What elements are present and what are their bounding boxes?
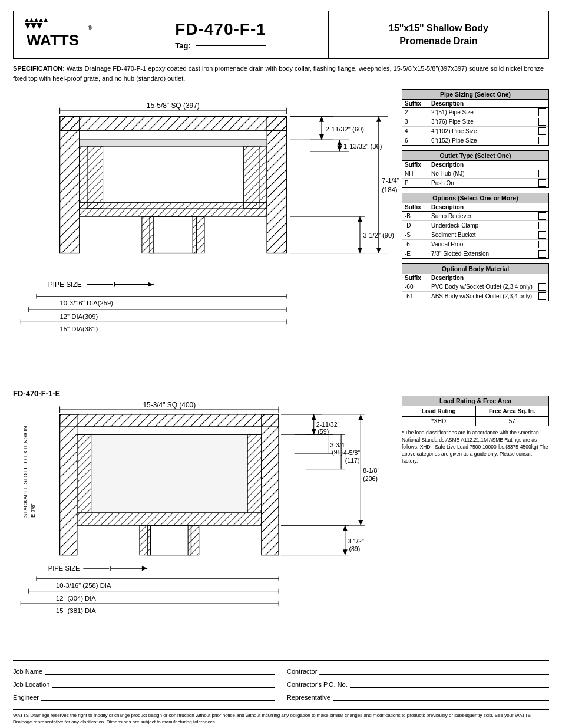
representative-input[interactable]: [333, 691, 549, 701]
drawing-section: 15-5/8" SQ (397): [13, 89, 396, 653]
svg-text:8-1/8": 8-1/8": [363, 467, 379, 474]
pipe-sizing-row-3: 3 3"(76) Pipe Size: [402, 117, 548, 127]
svg-rect-27: [193, 216, 204, 253]
job-name-input[interactable]: [45, 666, 275, 675]
svg-marker-2: [37, 23, 42, 29]
optional-body-checkbox-61[interactable]: [538, 292, 546, 300]
load-col1: Load Rating: [402, 406, 476, 416]
svg-text:STACKABLE SLOTTED EXTENSION: STACKABLE SLOTTED EXTENSION: [22, 426, 28, 517]
options-checkbox-e[interactable]: [538, 250, 546, 258]
load-col2: Free Area Sq. In.: [476, 406, 549, 416]
svg-text:15" (381) DIA: 15" (381) DIA: [56, 607, 96, 614]
outlet-type-row-p: P Push On: [402, 179, 548, 187]
svg-text:WATTS: WATTS: [27, 31, 79, 49]
svg-text:(89): (89): [349, 545, 360, 552]
svg-marker-7: [34, 18, 38, 22]
svg-marker-55: [148, 282, 153, 287]
sidebar: Pipe Sizing (Select One) Suffix Descript…: [402, 89, 549, 653]
pipe-sizing-row-6: 6 6"(152) Pipe Size: [402, 136, 548, 145]
pipe-sizing-checkbox-2[interactable]: [538, 108, 546, 116]
svg-marker-44: [376, 248, 381, 253]
outlet-checkbox-nh[interactable]: [538, 170, 546, 177]
load-free-area-value: 57: [476, 417, 549, 426]
pipe-sizing-checkbox-3[interactable]: [538, 118, 546, 126]
svg-text:15-3/4" SQ (400): 15-3/4" SQ (400): [143, 401, 196, 409]
job-location-label: Job Location: [13, 681, 49, 688]
svg-marker-93: [312, 429, 316, 434]
options-row-d: -D Underdeck Clamp: [402, 221, 548, 230]
pipe-sizing-checkbox-4[interactable]: [538, 127, 546, 135]
options-row-s: -S Sediment Bucket: [402, 230, 548, 240]
svg-rect-23: [243, 146, 267, 209]
svg-marker-32: [319, 134, 324, 140]
svg-rect-17: [60, 116, 80, 253]
svg-marker-50: [358, 216, 362, 222]
svg-text:12" (304) DIA: 12" (304) DIA: [56, 594, 96, 601]
optional-body-checkbox-60[interactable]: [538, 283, 546, 291]
options-checkbox-6[interactable]: [538, 241, 546, 248]
contractor-po-label: Contractor's P.O. No.: [287, 681, 348, 688]
contractor-input[interactable]: [319, 666, 549, 675]
svg-text:15" DIA(381): 15" DIA(381): [60, 325, 98, 332]
job-location-field: Job Location: [13, 678, 275, 688]
svg-marker-1: [31, 23, 37, 29]
tag-label: Tag:: [175, 41, 190, 50]
pipe-sizing-col1: Suffix: [405, 100, 431, 107]
pipe-sizing-table: Pipe Sizing (Select One) Suffix Descript…: [402, 89, 549, 146]
svg-rect-85: [77, 513, 262, 525]
tag-line: Tag:: [175, 41, 266, 50]
header: WATTS ® FD-470-F-1 Tag: 15"x15": [13, 11, 549, 59]
svg-rect-22: [80, 146, 103, 209]
svg-rect-26: [142, 216, 154, 253]
options-checkbox-s[interactable]: [538, 231, 546, 239]
svg-marker-92: [312, 414, 316, 420]
load-rating-header: Load Rating & Free Area: [402, 396, 548, 406]
svg-text:10-3/16" DIA(259): 10-3/16" DIA(259): [60, 299, 114, 307]
optional-body-table: Optional Body Material Suffix Descriptio…: [402, 263, 549, 301]
form-row-1: Job Name Contractor: [13, 666, 549, 675]
options-header: Options (Select One or More): [402, 193, 548, 203]
outlet-type-row-nh: NH No Hub (MJ): [402, 169, 548, 179]
pipe-sizing-row-2: 2 2"(51) Pipe Size: [402, 108, 548, 117]
svg-rect-79: [60, 414, 77, 555]
svg-rect-14: [60, 116, 287, 130]
outlet-checkbox-p[interactable]: [538, 179, 546, 187]
engineer-input[interactable]: [41, 691, 275, 701]
svg-text:®: ®: [88, 25, 92, 31]
footer-form: Job Name Contractor Job Location Contrac…: [13, 660, 549, 704]
options-row-e: -E 7/8" Slotted Extension: [402, 249, 548, 258]
options-checkbox-b[interactable]: [538, 212, 546, 220]
svg-marker-51: [358, 248, 362, 253]
svg-marker-122: [142, 566, 147, 571]
load-rating-col-headers: Load Rating Free Area Sq. In.: [402, 406, 548, 417]
contractor-po-input[interactable]: [350, 678, 549, 688]
svg-rect-80: [262, 414, 279, 555]
options-checkbox-d[interactable]: [538, 222, 546, 229]
load-rating-table: Load Rating & Free Area Load Rating Free…: [402, 396, 549, 426]
options-col-headers: Suffix Description: [402, 203, 548, 212]
contractor-field: Contractor: [287, 666, 549, 675]
svg-text:E 7/8": E 7/8": [30, 503, 36, 518]
job-location-input[interactable]: [52, 678, 275, 688]
contractor-label: Contractor: [287, 668, 317, 675]
model-number: FD-470-F-1: [175, 20, 266, 39]
model-section: FD-470-F-1 Tag:: [113, 11, 329, 58]
svg-marker-37: [338, 140, 342, 145]
svg-rect-18: [267, 116, 286, 253]
svg-marker-116: [343, 525, 348, 531]
legal-text: WATTS Drainage reserves the right to mod…: [13, 712, 549, 725]
pipe-sizing-checkbox-6[interactable]: [538, 137, 546, 144]
logo-section: WATTS ®: [14, 11, 113, 58]
svg-text:7-1/4": 7-1/4": [382, 177, 399, 184]
form-row-2: Job Location Contractor's P.O. No.: [13, 678, 549, 688]
svg-text:3-3/4": 3-3/4": [330, 441, 347, 448]
specification-text: SPECIFICATION: Watts Drainage FD-470-F-1…: [13, 64, 549, 83]
optional-body-row-61: -61 ABS Body w/Socket Outlet (2,3,4 only…: [402, 292, 548, 301]
svg-text:(184): (184): [382, 186, 398, 193]
optional-body-col-headers: Suffix Description: [402, 274, 548, 282]
fd-e-title: FD-470-F-1-E: [13, 389, 396, 398]
svg-text:3-1/2": 3-1/2": [348, 538, 364, 545]
svg-marker-117: [343, 549, 348, 555]
svg-rect-88: [188, 525, 199, 555]
svg-text:2-11/32": 2-11/32": [316, 421, 340, 428]
